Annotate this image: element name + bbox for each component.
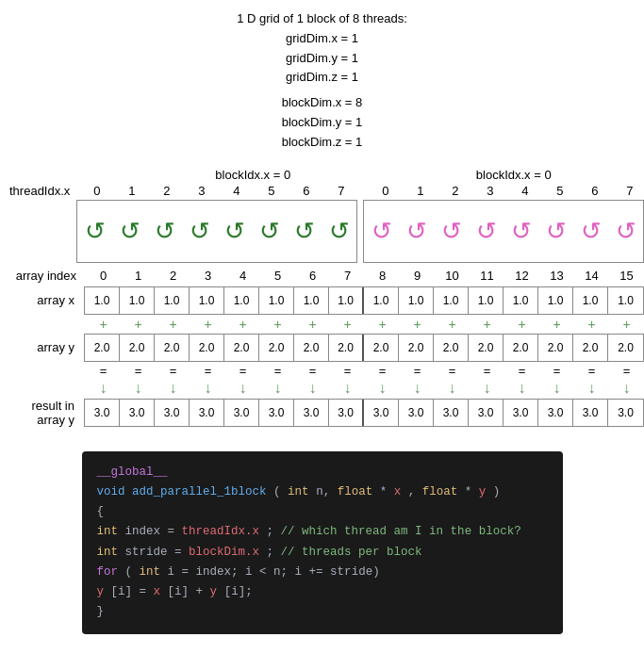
ay-9: 2.0 [399,335,434,361]
result-label: result in array y [9,399,84,427]
tidx-12: 4 [507,184,542,198]
plus-15: + [609,317,644,332]
eq-2: = [156,364,190,378]
res-9: 3.0 [399,400,434,426]
eq-0: = [86,364,121,378]
ax-3: 1.0 [190,287,224,314]
x-arr: x [154,585,161,598]
plus-2: + [156,317,190,332]
eq-11: = [470,364,504,378]
arrow-pink-4: ↺ [504,201,538,262]
y-arr: y [97,585,105,598]
yi-semi: [i]; [224,585,253,598]
y-var: y [479,485,487,498]
stride-var: stride = [125,546,190,559]
idx-1: 1 [121,269,156,283]
plus-5: + [260,317,295,332]
eq-12: = [504,364,539,378]
plus-11: + [470,317,504,332]
ay-13: 2.0 [538,335,573,361]
res-11: 3.0 [469,400,504,426]
eq-1: = [121,364,156,378]
ay-11: 2.0 [469,335,504,361]
float-type1: float [338,485,373,498]
equals-cells: = = = = = = = = = = = = = = = = [86,364,644,378]
arrow-green-5: ↺ [252,201,287,262]
res-0: 3.0 [85,400,120,426]
eq-4: = [225,364,260,378]
eq-6: = [295,364,330,378]
darr-3: ↓ [190,380,225,397]
idx-7: 7 [330,269,365,283]
code-block: __global__ void add_parallel_1block ( in… [82,451,563,634]
plus-cells: + + + + + + + + + + + + + + + + [86,317,644,332]
plus-13: + [539,317,574,332]
array-x-row: array x 1.0 1.0 1.0 1.0 1.0 1.0 1.0 1.0 … [0,286,644,315]
ay-0: 2.0 [85,335,120,361]
plus-14: + [574,317,609,332]
eq-15: = [609,364,644,378]
tidx-15: 7 [612,184,644,198]
arrow-green-0: ↺ [77,201,112,262]
arrow-pink-0: ↺ [364,201,399,262]
threadidx-x: threadIdx.x [182,525,260,538]
res-13: 3.0 [538,400,573,426]
tidx-6: 6 [289,184,323,198]
ax-1: 1.0 [120,287,155,314]
code-line2: int stride = blockDim.x ; // threads per… [97,543,548,563]
tidx-5: 5 [254,184,289,198]
eq-13: = [539,364,574,378]
grid-dim-z: gridDim.z = 1 [0,68,644,88]
eq-5: = [260,364,295,378]
darr-10: ↓ [435,380,470,397]
float-type2: float [422,485,458,498]
semi2: ; [267,546,281,559]
ay-7: 2.0 [329,335,364,361]
int-t3: int [140,565,161,579]
tidx-11: 3 [472,184,507,198]
ay-15: 2.0 [608,335,643,361]
int-type: int [288,485,309,498]
brace-close: } [97,602,548,622]
ax-5: 1.0 [259,287,294,314]
darr-6: ↓ [295,380,330,397]
tidx-7: 7 [323,184,358,198]
idx-11: 11 [470,269,504,283]
xi-plus-yi: [i] + [168,585,210,598]
block-labels-row: blockIdx.x = 0 blockIdx.x = 0 [0,168,644,182]
block-label-right: blockIdx.x = 0 [384,168,645,182]
ptr1: * [380,485,388,498]
idx-12: 12 [504,269,539,283]
idx-8: 8 [365,269,400,283]
code-decorator: __global__ [97,463,548,482]
block-dim-x: blockDim.x = 8 [0,93,644,113]
idx-0: 0 [86,269,121,283]
ax-6: 1.0 [294,287,329,314]
darr-2: ↓ [156,380,190,397]
array-y-row: array y 2.0 2.0 2.0 2.0 2.0 2.0 2.0 2.0 … [0,334,644,362]
code-line1: int index = threadIdx.x ; // which threa… [97,522,548,542]
eq-7: = [330,364,365,378]
res-10: 3.0 [434,400,469,426]
res-2: 3.0 [155,400,190,426]
ay-2: 2.0 [155,335,190,361]
res-1: 3.0 [120,400,155,426]
array-index-row: array index 0 1 2 3 4 5 6 7 8 9 10 11 12… [0,269,644,283]
idx-9: 9 [400,269,435,283]
eq-14: = [574,364,609,378]
idx-13: 13 [539,269,574,283]
eq-10: = [435,364,470,378]
idx-15: 15 [609,269,644,283]
ax-12: 1.0 [504,287,538,314]
res-12: 3.0 [504,400,538,426]
blockdim-x: blockDim.x [189,546,259,559]
plus-1: + [121,317,156,332]
plus-10: + [435,317,470,332]
tidx-9: 1 [403,184,438,198]
plus-0: + [86,317,121,332]
idx-4: 4 [225,269,260,283]
darr-7: ↓ [330,380,365,397]
ay-5: 2.0 [259,335,294,361]
darr-13: ↓ [539,380,574,397]
eq-8: = [365,364,400,378]
